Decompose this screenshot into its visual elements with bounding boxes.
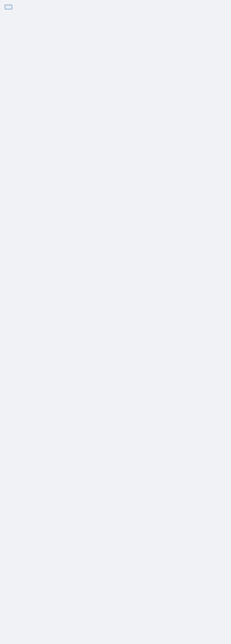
root-node[interactable] [5,5,12,9]
mindmap-tree [5,5,226,12]
